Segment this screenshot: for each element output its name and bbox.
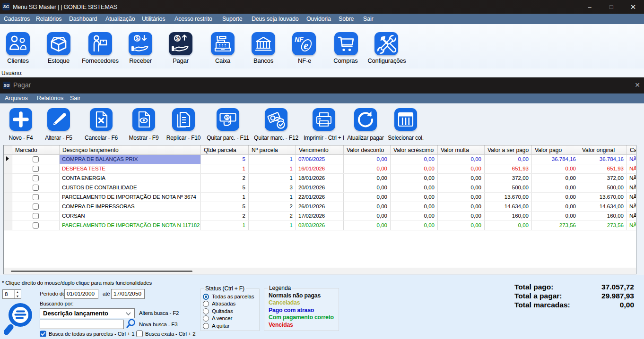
svg-text:e: e bbox=[304, 40, 308, 51]
svg-text:$: $ bbox=[226, 115, 228, 120]
svg-text:$: $ bbox=[136, 35, 139, 41]
svg-text:$: $ bbox=[176, 35, 179, 41]
svg-text:NF: NF bbox=[295, 36, 304, 43]
